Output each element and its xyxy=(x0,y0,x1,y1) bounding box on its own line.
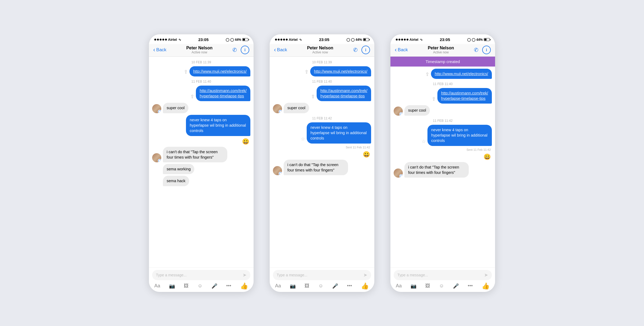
status-bar-3: Airtel ∿ 23:05 ◯ ◯ 44% xyxy=(390,34,495,44)
gallery-icon[interactable]: 🖼 xyxy=(305,283,309,289)
gallery-icon[interactable]: 🖼 xyxy=(425,283,430,289)
like-icon[interactable]: 👍 xyxy=(482,282,490,290)
avatar-3 xyxy=(273,104,282,113)
share-icon[interactable]: ⇪ xyxy=(190,94,194,100)
status-left-1: Airtel ∿ xyxy=(154,38,181,42)
call-icon-2[interactable]: ✆ xyxy=(353,47,358,53)
font-icon[interactable]: Aa xyxy=(396,283,402,289)
status-right-2: ◯ ◯ 44% xyxy=(346,38,369,42)
message-bubble: i can't do that "Tap the screen four tim… xyxy=(284,160,348,175)
reaction-emoji: 😀 xyxy=(152,138,249,145)
sent-label-3: Sent 11 Feb 11:42 xyxy=(394,148,491,151)
battery-icon xyxy=(484,38,490,41)
signal-dots xyxy=(396,39,408,41)
avatar-2 xyxy=(152,153,161,162)
timestamp-2c: 11 FEB 11:42 xyxy=(273,116,371,120)
share-icon[interactable]: ⇪ xyxy=(432,96,436,102)
share-icon[interactable]: ⇪ xyxy=(305,69,309,75)
info-icon-3[interactable]: i xyxy=(482,46,491,54)
more-icon[interactable]: ••• xyxy=(226,283,231,289)
star-icon[interactable]: ☆ xyxy=(301,136,305,142)
info-icon-1[interactable]: i xyxy=(241,46,249,54)
input-bar-1: Type a message... ➤ Aa 📷 🖼 ☺ 🎤 ••• 👍 xyxy=(149,268,254,292)
input-field-3[interactable]: Type a message... ➤ xyxy=(394,270,492,280)
send-icon-2[interactable]: ➤ xyxy=(363,272,367,278)
emoji-icon[interactable]: ☺ xyxy=(439,283,444,289)
chat-area-1: 10 FEB 11:39 ⇪ http://www.muji.net/elect… xyxy=(149,57,254,268)
timestamp-2a: 10 FEB 11:39 xyxy=(273,60,371,64)
more-icon[interactable]: ••• xyxy=(347,283,352,289)
nav-center-1: Peter Nelson Active now xyxy=(186,46,213,54)
mic-icon[interactable]: 🎤 xyxy=(211,283,217,289)
send-icon-1[interactable]: ➤ xyxy=(243,272,247,278)
time-label: 23:05 xyxy=(440,37,450,42)
call-icon-3[interactable]: ✆ xyxy=(474,47,478,53)
message-bubble: super cool xyxy=(284,103,309,113)
location-icon: ◯ xyxy=(346,38,350,42)
timestamp-2b: 11 FEB 11:40 xyxy=(273,80,371,83)
message-bubble[interactable]: http://www.muji.net/electronics/ xyxy=(310,66,371,76)
phone-3: Airtel ∿ 23:05 ◯ ◯ 44% ‹ Back Peter Nels… xyxy=(390,34,495,292)
battery-percent: 44% xyxy=(356,38,362,42)
back-button-1[interactable]: ‹ Back xyxy=(153,47,166,53)
timestamp-1b: 11 FEB 11:40 xyxy=(152,80,250,83)
star-icon-3[interactable]: ☆ xyxy=(422,138,426,144)
phone-1: Airtel ∿ 23:05 ◯ ◯ 44% ‹ Back Peter Nels… xyxy=(149,34,254,292)
input-field-2[interactable]: Type a message... ➤ xyxy=(273,270,371,280)
back-button-3[interactable]: ‹ Back xyxy=(395,47,408,53)
msg-row: sema hack xyxy=(152,176,250,186)
reaction-emoji-3: 😀 xyxy=(394,153,491,160)
time-label: 23:05 xyxy=(319,37,329,42)
camera-icon[interactable]: 📷 xyxy=(169,283,175,289)
share-icon[interactable]: ⇪ xyxy=(184,69,188,75)
nav-bar-3: ‹ Back Peter Nelson Active now ✆ i xyxy=(390,44,495,57)
more-icon[interactable]: ••• xyxy=(468,283,473,289)
nav-icons-3: ✆ i xyxy=(474,46,491,54)
alarm-icon: ◯ xyxy=(230,38,234,42)
share-icon[interactable]: ⇪ xyxy=(311,94,315,100)
status-right-1: ◯ ◯ 44% xyxy=(226,38,248,42)
input-placeholder-1: Type a message... xyxy=(156,273,240,277)
message-bubble[interactable]: http://austinmann.com/trek/hyperlapse-ti… xyxy=(317,86,371,101)
alarm-icon: ◯ xyxy=(351,38,354,42)
font-icon[interactable]: Aa xyxy=(275,283,281,289)
camera-icon[interactable]: 📷 xyxy=(290,283,296,289)
share-icon[interactable]: ⇪ xyxy=(425,71,429,77)
camera-icon[interactable]: 📷 xyxy=(411,283,416,289)
font-icon[interactable]: Aa xyxy=(154,283,160,289)
timestamp-3b: 11 FEB 11:42 xyxy=(394,119,492,123)
msg-row: super cool xyxy=(152,103,250,113)
call-icon-1[interactable]: ✆ xyxy=(232,47,237,53)
back-button-2[interactable]: ‹ Back xyxy=(274,47,287,53)
message-bubble[interactable]: http://www.muji.net/electronics/ xyxy=(431,69,492,79)
contact-name-2: Peter Nelson xyxy=(307,46,333,50)
messenger-badge xyxy=(399,112,403,116)
emoji-icon[interactable]: ☺ xyxy=(318,283,323,289)
like-icon[interactable]: 👍 xyxy=(361,282,369,290)
mic-icon[interactable]: 🎤 xyxy=(332,283,338,289)
phone-2: Airtel ∿ 23:05 ◯ ◯ 44% ‹ Back Peter Nels… xyxy=(270,34,374,292)
message-bubble[interactable]: http://austinmann.com/trek/hyperlapse-ti… xyxy=(437,88,492,104)
send-icon-3[interactable]: ➤ xyxy=(484,272,488,278)
messenger-badge xyxy=(158,110,161,113)
status-bar-1: Airtel ∿ 23:05 ◯ ◯ 44% xyxy=(149,34,254,44)
mic-icon[interactable]: 🎤 xyxy=(453,283,459,289)
like-icon[interactable]: 👍 xyxy=(240,282,248,290)
chat-area-3: ⇪ http://www.muji.net/electronics/ 11 FE… xyxy=(390,67,495,268)
message-bubble: sema hack xyxy=(163,176,189,186)
message-bubble[interactable]: http://austinmann.com/trek/hyperlapse-ti… xyxy=(196,86,250,101)
active-status-2: Active now xyxy=(307,50,333,54)
gallery-icon[interactable]: 🖼 xyxy=(184,283,189,289)
status-right-3: ◯ ◯ 44% xyxy=(467,38,490,42)
input-bar-3: Type a message... ➤ Aa 📷 🖼 ☺ 🎤 ••• 👍 xyxy=(390,268,495,292)
nav-bar-1: ‹ Back Peter Nelson Active now ✆ i xyxy=(149,44,254,57)
carrier-label: Airtel xyxy=(289,38,298,42)
info-icon-2[interactable]: i xyxy=(361,46,370,54)
input-field-1[interactable]: Type a message... ➤ xyxy=(152,270,250,280)
emoji-icon[interactable]: ☺ xyxy=(197,283,202,289)
message-bubble: super cool xyxy=(404,105,430,115)
msg-row: ⇪ http://austinmann.com/trek/hyperlapse-… xyxy=(152,86,250,101)
msg-row: ☆ never knew 4 taps on hyperlapse wil br… xyxy=(394,125,492,146)
message-bubble[interactable]: http://www.muji.net/electronics/ xyxy=(189,66,250,76)
messenger-badge xyxy=(279,172,282,175)
